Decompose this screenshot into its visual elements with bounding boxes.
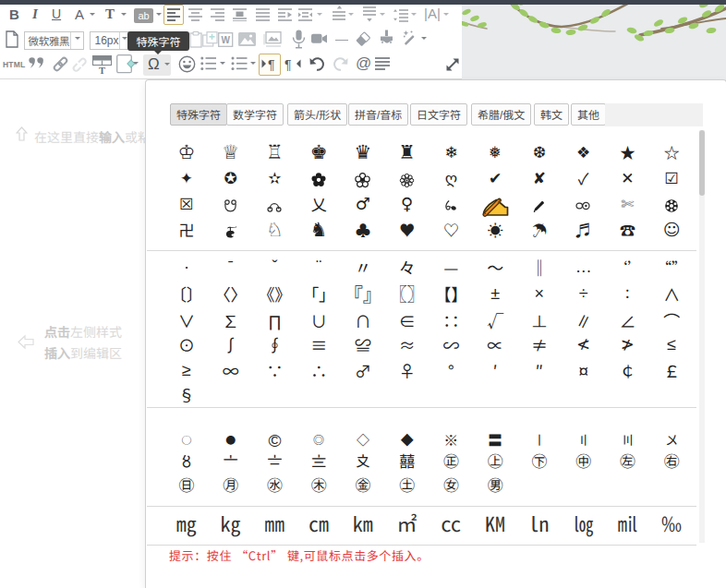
svg-text:W: W [221,35,230,45]
svg-text:¶: ¶ [268,57,275,71]
svg-text:T: T [99,66,105,75]
svg-text:¶: ¶ [284,57,292,71]
